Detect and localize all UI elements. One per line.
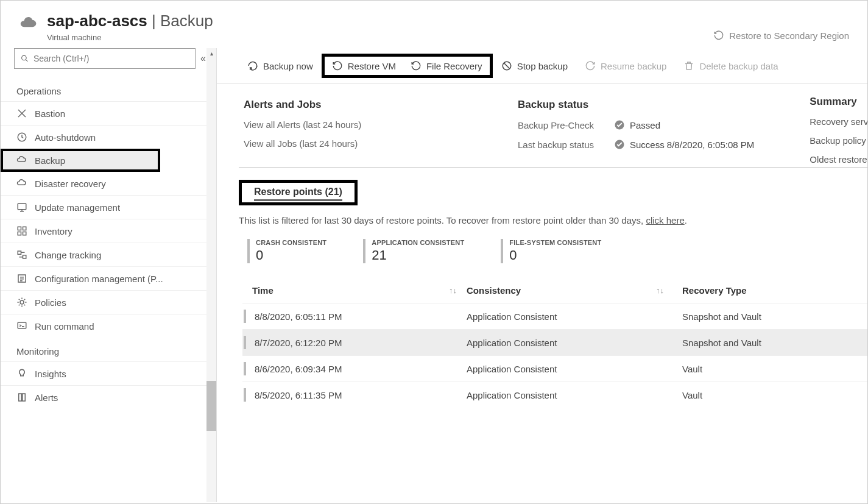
svg-rect-9 — [23, 232, 26, 235]
column-recovery[interactable]: Recovery Type — [674, 285, 867, 296]
restore-icon — [713, 30, 724, 41]
table-header: Time ↑↓ Consistency ↑↓ Recovery Type — [242, 280, 867, 303]
alerts-jobs-heading: Alerts and Jobs — [244, 99, 481, 111]
sort-icon[interactable]: ↑↓ — [449, 286, 457, 295]
trash-icon — [683, 60, 694, 71]
scrollbar[interactable]: ▴ — [206, 48, 216, 502]
consistency-label: CRASH CONSISTENT — [256, 239, 326, 246]
consistency-value: 0 — [256, 247, 326, 263]
nav-item-label: Backup — [35, 155, 65, 166]
restore-vm-button[interactable]: Restore VM — [325, 57, 403, 75]
file-recovery-button[interactable]: File Recovery — [403, 57, 490, 75]
sidebar-item-update-management[interactable]: Update management — [1, 195, 216, 219]
table-row[interactable]: 8/7/2020, 6:12:20 PMApplication Consiste… — [242, 329, 867, 355]
check-circle-icon — [614, 139, 625, 150]
nav-scroll: OperationsBastionAuto-shutdownBackupDisa… — [1, 77, 216, 409]
inventory-icon — [16, 225, 27, 236]
search-box[interactable] — [14, 48, 196, 69]
table-row[interactable]: 8/6/2020, 6:09:34 PMApplication Consiste… — [242, 355, 867, 382]
resume-icon — [585, 60, 596, 71]
summary-row: Oldest restore p — [810, 154, 867, 165]
nav-item-label: Disaster recovery — [35, 179, 106, 189]
row-indicator — [244, 362, 246, 375]
restore-points-tab[interactable]: Restore points (21) — [254, 186, 342, 201]
sidebar-item-policies[interactable]: Policies — [1, 290, 216, 314]
insights-icon — [16, 368, 27, 379]
svg-line-18 — [504, 63, 509, 69]
column-consistency[interactable]: Consistency ↑↓ — [467, 285, 674, 296]
tracking-icon — [16, 249, 27, 260]
consistency-value: 21 — [372, 247, 464, 263]
restore-group-highlight: Restore VM File Recovery — [322, 54, 493, 78]
cell-consistency: Application Consistent — [467, 311, 674, 322]
consistency-label: FILE-SYSTEM CONSISTENT — [509, 239, 601, 246]
recovery-icon — [16, 178, 27, 189]
consistency-label: APPLICATION CONSISTENT — [372, 239, 464, 246]
consistency-stat: APPLICATION CONSISTENT21 — [363, 239, 464, 263]
restore-secondary-button[interactable]: Restore to Secondary Region — [713, 12, 867, 41]
update-icon — [16, 202, 27, 213]
svg-rect-8 — [18, 232, 21, 235]
nav-item-label: Configuration management (P... — [35, 274, 163, 284]
vm-icon — [19, 14, 40, 35]
filter-text: This list is filtered for last 30 days o… — [217, 208, 867, 239]
sidebar: « OperationsBastionAuto-shutdownBackupDi… — [1, 48, 217, 502]
sidebar-item-bastion[interactable]: Bastion — [1, 101, 216, 125]
sidebar-item-auto-shutdown[interactable]: Auto-shutdown — [1, 125, 216, 149]
sidebar-item-change-tracking[interactable]: Change tracking — [1, 243, 216, 266]
view-jobs-link[interactable]: View all Jobs (last 24 hours) — [244, 138, 481, 149]
nav-section-label: Monitoring — [1, 338, 216, 361]
backup-icon — [16, 155, 27, 166]
column-time[interactable]: Time ↑↓ — [242, 285, 467, 296]
config-icon — [16, 273, 27, 284]
stop-backup-button[interactable]: Stop backup — [493, 57, 576, 75]
nav-item-label: Change tracking — [35, 250, 101, 260]
policies-icon — [16, 297, 27, 308]
nav-item-label: Insights — [35, 369, 66, 379]
run-icon — [16, 321, 27, 332]
cell-recovery: Snapshot and Vault — [674, 311, 867, 322]
table-row[interactable]: 8/8/2020, 6:05:11 PMApplication Consiste… — [242, 303, 867, 329]
svg-rect-15 — [19, 394, 22, 401]
nav-item-label: Run command — [35, 321, 94, 332]
cell-recovery: Vault — [674, 364, 867, 374]
last-backup-label: Last backup status — [518, 140, 608, 150]
scrollbar-thumb[interactable] — [206, 381, 216, 431]
sidebar-item-run-command[interactable]: Run command — [1, 314, 216, 338]
nav-item-label: Policies — [35, 297, 66, 308]
content: Backup now Restore VM File Recovery Stop… — [217, 48, 867, 502]
svg-point-13 — [20, 300, 24, 304]
delete-backup-button: Delete backup data — [675, 57, 786, 75]
svg-rect-11 — [23, 255, 26, 258]
restore-icon — [411, 60, 422, 71]
consistency-value: 0 — [509, 247, 601, 263]
restore-points-tab-highlight: Restore points (21) — [239, 180, 358, 205]
sidebar-item-alerts[interactable]: Alerts — [1, 385, 216, 409]
summary-row: Recovery servic — [810, 116, 867, 127]
consistency-summary: CRASH CONSISTENT0APPLICATION CONSISTENT2… — [217, 239, 867, 280]
svg-point-0 — [22, 55, 27, 60]
view-alerts-link[interactable]: View all Alerts (last 24 hours) — [244, 119, 481, 130]
sidebar-item-inventory[interactable]: Inventory — [1, 219, 216, 243]
sidebar-item-disaster-recovery[interactable]: Disaster recovery — [1, 172, 216, 195]
nav-item-label: Alerts — [35, 392, 58, 403]
last-backup-value: Success 8/8/2020, 6:05:08 PM — [630, 140, 754, 150]
svg-rect-5 — [18, 204, 26, 210]
cell-time: 8/7/2020, 6:12:20 PM — [255, 338, 342, 348]
search-input[interactable] — [34, 54, 189, 63]
table-row[interactable]: 8/5/2020, 6:11:35 PMApplication Consiste… — [242, 382, 867, 408]
scroll-up-arrow[interactable]: ▴ — [206, 48, 216, 58]
click-here-link[interactable]: click here — [646, 215, 684, 225]
sidebar-item-insights[interactable]: Insights — [1, 361, 216, 385]
search-icon — [21, 54, 29, 63]
collapse-sidebar-button[interactable]: « — [200, 53, 203, 64]
backup-now-button[interactable]: Backup now — [239, 57, 322, 75]
cell-time: 8/8/2020, 6:05:11 PM — [255, 311, 342, 322]
page-title: sap-abc-ascs | Backup — [47, 12, 213, 30]
consistency-stat: FILE-SYSTEM CONSISTENT0 — [501, 239, 601, 263]
sort-icon[interactable]: ↑↓ — [656, 286, 664, 295]
sidebar-item-configuration-management-p-[interactable]: Configuration management (P... — [1, 266, 216, 290]
row-indicator — [244, 336, 246, 349]
sidebar-item-backup[interactable]: Backup — [1, 149, 160, 172]
svg-rect-7 — [23, 227, 26, 230]
